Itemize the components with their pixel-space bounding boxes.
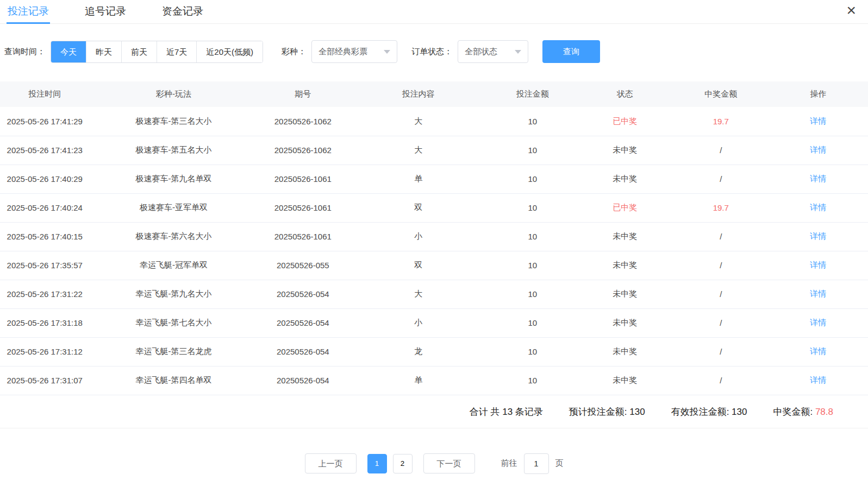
order-status-label: 订单状态： <box>411 47 452 57</box>
cell-game-play: 极速赛车-第五名大小 <box>89 136 258 165</box>
chevron-down-icon <box>515 50 521 54</box>
page-button-2[interactable]: 2 <box>393 454 413 473</box>
cell-prize-amount: 19.7 <box>673 107 768 136</box>
header-issue: 期号 <box>258 81 348 107</box>
tab-chase-records[interactable]: 追号记录 <box>84 0 127 24</box>
cell-bet-time: 2025-05-26 17:41:29 <box>0 107 89 136</box>
cell-game-play: 极速赛车-第三名大小 <box>89 107 258 136</box>
detail-link[interactable]: 详情 <box>810 174 826 183</box>
summary-expected-amount: 预计投注金额: 130 <box>569 406 645 418</box>
lottery-type-select[interactable]: 全部经典彩票 <box>311 40 397 63</box>
cell-game-play: 极速赛车-第九名单双 <box>89 165 258 193</box>
cell-bet-amount: 10 <box>489 136 576 165</box>
tabs-bar: 投注记录 追号记录 资金记录 × <box>0 0 868 24</box>
cell-issue: 20250526-1061 <box>258 193 348 222</box>
summary-bar: 合计 共 13 条记录 预计投注金额: 130 有效投注金额: 130 中奖金额… <box>0 395 868 428</box>
header-game-play: 彩种-玩法 <box>89 81 258 107</box>
cell-action: 详情 <box>768 222 868 251</box>
time-filter-last7days[interactable]: 近7天 <box>157 41 196 62</box>
cell-bet-content: 大 <box>348 136 489 165</box>
cell-bet-amount: 10 <box>489 193 576 222</box>
cell-bet-time: 2025-05-26 17:31:22 <box>0 280 89 308</box>
cell-status: 未中奖 <box>576 280 673 308</box>
search-button[interactable]: 查询 <box>542 40 600 63</box>
cell-issue: 20250526-054 <box>258 366 348 395</box>
cell-bet-content: 双 <box>348 193 489 222</box>
cell-action: 详情 <box>768 193 868 222</box>
tab-funds-records[interactable]: 资金记录 <box>161 0 204 24</box>
filter-bar: 查询时间： 今天 昨天 前天 近7天 近20天(低频) 彩种： 全部经典彩票 订… <box>0 24 868 76</box>
cell-game-play: 极速赛车-亚军单双 <box>89 193 258 222</box>
cell-issue: 20250526-054 <box>258 337 348 366</box>
header-status: 状态 <box>576 81 673 107</box>
detail-link[interactable]: 详情 <box>810 145 826 154</box>
detail-link[interactable]: 详情 <box>810 203 826 212</box>
cell-bet-amount: 10 <box>489 107 576 136</box>
cell-bet-time: 2025-05-26 17:35:57 <box>0 251 89 280</box>
time-filter-group: 今天 昨天 前天 近7天 近20天(低频) <box>51 41 263 63</box>
pagination: 上一页 1 2 下一页 前往 页 <box>0 453 868 474</box>
time-filter-last20days[interactable]: 近20天(低频) <box>196 41 263 62</box>
table-row: 2025-05-26 17:31:18幸运飞艇-第七名大小20250526-05… <box>0 308 868 337</box>
cell-prize-amount: / <box>673 308 768 337</box>
detail-link[interactable]: 详情 <box>810 260 826 269</box>
header-actions: 操作 <box>768 81 868 107</box>
cell-bet-amount: 10 <box>489 366 576 395</box>
page-button-1[interactable]: 1 <box>367 454 387 473</box>
cell-prize-amount: / <box>673 280 768 308</box>
cell-action: 详情 <box>768 107 868 136</box>
table-row: 2025-05-26 17:41:23极速赛车-第五名大小20250526-10… <box>0 136 868 165</box>
table-row: 2025-05-26 17:41:29极速赛车-第三名大小20250526-10… <box>0 107 868 136</box>
next-page-button[interactable]: 下一页 <box>423 453 475 473</box>
summary-prize-value: 78.8 <box>815 407 833 417</box>
header-bet-amount: 投注金额 <box>489 81 576 107</box>
cell-prize-amount: / <box>673 165 768 193</box>
cell-bet-amount: 10 <box>489 280 576 308</box>
cell-status: 已中奖 <box>576 193 673 222</box>
table-row: 2025-05-26 17:35:57幸运飞艇-冠军单双20250526-055… <box>0 251 868 280</box>
summary-valid-amount: 有效投注金额: 130 <box>671 406 747 418</box>
goto-page-input[interactable] <box>524 453 549 474</box>
detail-link[interactable]: 详情 <box>810 318 826 327</box>
cell-status: 已中奖 <box>576 107 673 136</box>
detail-link[interactable]: 详情 <box>810 375 826 384</box>
cell-action: 详情 <box>768 251 868 280</box>
summary-prize-amount: 中奖金额: 78.8 <box>773 406 833 418</box>
cell-action: 详情 <box>768 337 868 366</box>
time-filter-label: 查询时间： <box>4 47 45 57</box>
cell-bet-amount: 10 <box>489 337 576 366</box>
detail-link[interactable]: 详情 <box>810 346 826 356</box>
detail-link[interactable]: 详情 <box>810 116 826 125</box>
summary-total-records: 合计 共 13 条记录 <box>470 406 543 418</box>
cell-bet-amount: 10 <box>489 165 576 193</box>
cell-status: 未中奖 <box>576 308 673 337</box>
cell-issue: 20250526-1062 <box>258 136 348 165</box>
cell-action: 详情 <box>768 366 868 395</box>
cell-game-play: 幸运飞艇-第三名龙虎 <box>89 337 258 366</box>
time-filter-today[interactable]: 今天 <box>51 41 86 62</box>
table-body: 2025-05-26 17:41:29极速赛车-第三名大小20250526-10… <box>0 107 868 395</box>
time-filter-yesterday[interactable]: 昨天 <box>86 41 121 62</box>
close-icon[interactable]: × <box>846 1 856 20</box>
cell-game-play: 幸运飞艇-第九名大小 <box>89 280 258 308</box>
tab-betting-records[interactable]: 投注记录 <box>7 0 50 24</box>
lottery-type-label: 彩种： <box>282 47 306 57</box>
cell-bet-time: 2025-05-26 17:31:18 <box>0 308 89 337</box>
cell-prize-amount: / <box>673 337 768 366</box>
order-status-select[interactable]: 全部状态 <box>458 40 528 63</box>
cell-issue: 20250526-055 <box>258 251 348 280</box>
cell-game-play: 幸运飞艇-第七名大小 <box>89 308 258 337</box>
cell-status: 未中奖 <box>576 251 673 280</box>
cell-prize-amount: / <box>673 366 768 395</box>
cell-bet-content: 小 <box>348 222 489 251</box>
table-row: 2025-05-26 17:40:15极速赛车-第六名大小20250526-10… <box>0 222 868 251</box>
cell-bet-content: 双 <box>348 251 489 280</box>
detail-link[interactable]: 详情 <box>810 289 826 298</box>
cell-bet-amount: 10 <box>489 222 576 251</box>
time-filter-day-before[interactable]: 前天 <box>121 41 157 62</box>
prev-page-button[interactable]: 上一页 <box>305 453 357 473</box>
cell-game-play: 极速赛车-第六名大小 <box>89 222 258 251</box>
order-status-value: 全部状态 <box>465 47 497 57</box>
cell-bet-content: 小 <box>348 308 489 337</box>
detail-link[interactable]: 详情 <box>810 231 826 241</box>
